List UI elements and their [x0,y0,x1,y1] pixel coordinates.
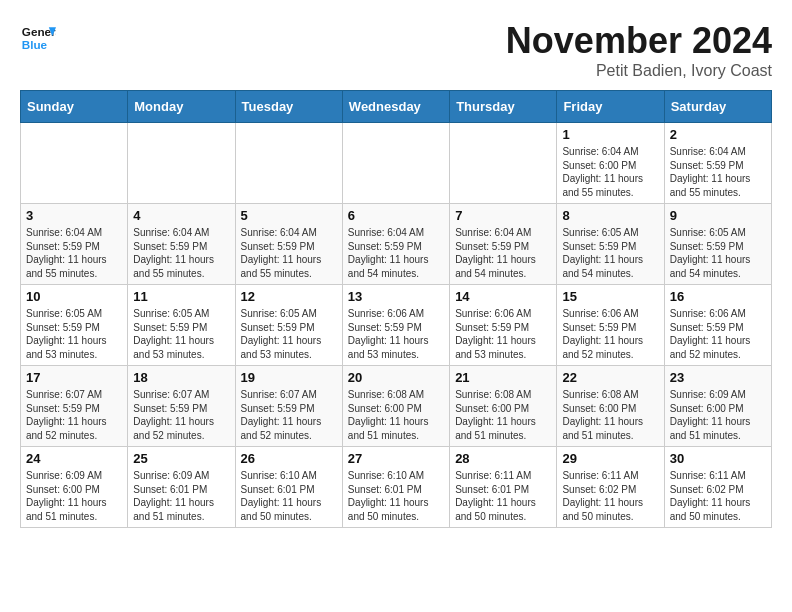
day-info: Sunrise: 6:05 AMSunset: 5:59 PMDaylight:… [26,307,122,361]
day-number: 4 [133,208,229,223]
day-number: 28 [455,451,551,466]
day-cell: 11Sunrise: 6:05 AMSunset: 5:59 PMDayligh… [128,285,235,366]
day-number: 5 [241,208,337,223]
weekday-header-monday: Monday [128,91,235,123]
weekday-header-tuesday: Tuesday [235,91,342,123]
page-header: General Blue November 2024 Petit Badien,… [20,20,772,80]
weekday-header-thursday: Thursday [450,91,557,123]
day-number: 26 [241,451,337,466]
day-number: 30 [670,451,766,466]
day-info: Sunrise: 6:06 AMSunset: 5:59 PMDaylight:… [348,307,444,361]
day-info: Sunrise: 6:06 AMSunset: 5:59 PMDaylight:… [455,307,551,361]
day-number: 21 [455,370,551,385]
day-info: Sunrise: 6:11 AMSunset: 6:02 PMDaylight:… [670,469,766,523]
day-info: Sunrise: 6:08 AMSunset: 6:00 PMDaylight:… [455,388,551,442]
day-cell [342,123,449,204]
day-number: 14 [455,289,551,304]
day-info: Sunrise: 6:10 AMSunset: 6:01 PMDaylight:… [348,469,444,523]
day-number: 18 [133,370,229,385]
day-cell: 15Sunrise: 6:06 AMSunset: 5:59 PMDayligh… [557,285,664,366]
day-number: 22 [562,370,658,385]
day-number: 7 [455,208,551,223]
day-info: Sunrise: 6:04 AMSunset: 6:00 PMDaylight:… [562,145,658,199]
day-cell: 2Sunrise: 6:04 AMSunset: 5:59 PMDaylight… [664,123,771,204]
day-info: Sunrise: 6:09 AMSunset: 6:00 PMDaylight:… [670,388,766,442]
day-cell: 20Sunrise: 6:08 AMSunset: 6:00 PMDayligh… [342,366,449,447]
day-cell: 29Sunrise: 6:11 AMSunset: 6:02 PMDayligh… [557,447,664,528]
day-info: Sunrise: 6:05 AMSunset: 5:59 PMDaylight:… [670,226,766,280]
day-cell: 1Sunrise: 6:04 AMSunset: 6:00 PMDaylight… [557,123,664,204]
week-row-3: 10Sunrise: 6:05 AMSunset: 5:59 PMDayligh… [21,285,772,366]
day-cell: 16Sunrise: 6:06 AMSunset: 5:59 PMDayligh… [664,285,771,366]
day-cell: 23Sunrise: 6:09 AMSunset: 6:00 PMDayligh… [664,366,771,447]
location-subtitle: Petit Badien, Ivory Coast [506,62,772,80]
day-number: 3 [26,208,122,223]
day-number: 8 [562,208,658,223]
day-info: Sunrise: 6:08 AMSunset: 6:00 PMDaylight:… [562,388,658,442]
day-info: Sunrise: 6:11 AMSunset: 6:01 PMDaylight:… [455,469,551,523]
day-cell: 4Sunrise: 6:04 AMSunset: 5:59 PMDaylight… [128,204,235,285]
day-number: 1 [562,127,658,142]
day-cell: 26Sunrise: 6:10 AMSunset: 6:01 PMDayligh… [235,447,342,528]
day-info: Sunrise: 6:08 AMSunset: 6:00 PMDaylight:… [348,388,444,442]
day-cell: 30Sunrise: 6:11 AMSunset: 6:02 PMDayligh… [664,447,771,528]
day-cell: 12Sunrise: 6:05 AMSunset: 5:59 PMDayligh… [235,285,342,366]
day-info: Sunrise: 6:04 AMSunset: 5:59 PMDaylight:… [455,226,551,280]
day-number: 20 [348,370,444,385]
weekday-header-sunday: Sunday [21,91,128,123]
day-info: Sunrise: 6:04 AMSunset: 5:59 PMDaylight:… [241,226,337,280]
day-number: 15 [562,289,658,304]
day-number: 24 [26,451,122,466]
day-cell: 21Sunrise: 6:08 AMSunset: 6:00 PMDayligh… [450,366,557,447]
day-cell: 24Sunrise: 6:09 AMSunset: 6:00 PMDayligh… [21,447,128,528]
day-number: 10 [26,289,122,304]
weekday-header-friday: Friday [557,91,664,123]
day-info: Sunrise: 6:07 AMSunset: 5:59 PMDaylight:… [26,388,122,442]
calendar-table: SundayMondayTuesdayWednesdayThursdayFrid… [20,90,772,528]
title-area: November 2024 Petit Badien, Ivory Coast [506,20,772,80]
svg-text:Blue: Blue [22,38,48,51]
day-info: Sunrise: 6:05 AMSunset: 5:59 PMDaylight:… [241,307,337,361]
day-info: Sunrise: 6:04 AMSunset: 5:59 PMDaylight:… [133,226,229,280]
day-info: Sunrise: 6:04 AMSunset: 5:59 PMDaylight:… [26,226,122,280]
day-info: Sunrise: 6:04 AMSunset: 5:59 PMDaylight:… [670,145,766,199]
weekday-header-row: SundayMondayTuesdayWednesdayThursdayFrid… [21,91,772,123]
day-cell: 13Sunrise: 6:06 AMSunset: 5:59 PMDayligh… [342,285,449,366]
day-number: 13 [348,289,444,304]
day-cell: 8Sunrise: 6:05 AMSunset: 5:59 PMDaylight… [557,204,664,285]
day-info: Sunrise: 6:09 AMSunset: 6:01 PMDaylight:… [133,469,229,523]
day-cell: 10Sunrise: 6:05 AMSunset: 5:59 PMDayligh… [21,285,128,366]
month-title: November 2024 [506,20,772,62]
day-cell: 3Sunrise: 6:04 AMSunset: 5:59 PMDaylight… [21,204,128,285]
day-number: 17 [26,370,122,385]
day-info: Sunrise: 6:06 AMSunset: 5:59 PMDaylight:… [562,307,658,361]
day-info: Sunrise: 6:06 AMSunset: 5:59 PMDaylight:… [670,307,766,361]
day-cell: 9Sunrise: 6:05 AMSunset: 5:59 PMDaylight… [664,204,771,285]
day-cell [21,123,128,204]
logo: General Blue [20,20,56,56]
day-info: Sunrise: 6:10 AMSunset: 6:01 PMDaylight:… [241,469,337,523]
weekday-header-wednesday: Wednesday [342,91,449,123]
day-cell [235,123,342,204]
day-cell: 19Sunrise: 6:07 AMSunset: 5:59 PMDayligh… [235,366,342,447]
day-info: Sunrise: 6:09 AMSunset: 6:00 PMDaylight:… [26,469,122,523]
day-info: Sunrise: 6:05 AMSunset: 5:59 PMDaylight:… [562,226,658,280]
day-number: 9 [670,208,766,223]
day-cell: 5Sunrise: 6:04 AMSunset: 5:59 PMDaylight… [235,204,342,285]
day-number: 2 [670,127,766,142]
day-number: 16 [670,289,766,304]
week-row-2: 3Sunrise: 6:04 AMSunset: 5:59 PMDaylight… [21,204,772,285]
day-info: Sunrise: 6:05 AMSunset: 5:59 PMDaylight:… [133,307,229,361]
day-number: 12 [241,289,337,304]
day-cell: 7Sunrise: 6:04 AMSunset: 5:59 PMDaylight… [450,204,557,285]
weekday-header-saturday: Saturday [664,91,771,123]
day-cell: 17Sunrise: 6:07 AMSunset: 5:59 PMDayligh… [21,366,128,447]
day-cell: 27Sunrise: 6:10 AMSunset: 6:01 PMDayligh… [342,447,449,528]
day-info: Sunrise: 6:04 AMSunset: 5:59 PMDaylight:… [348,226,444,280]
week-row-4: 17Sunrise: 6:07 AMSunset: 5:59 PMDayligh… [21,366,772,447]
day-cell: 14Sunrise: 6:06 AMSunset: 5:59 PMDayligh… [450,285,557,366]
day-number: 27 [348,451,444,466]
day-info: Sunrise: 6:07 AMSunset: 5:59 PMDaylight:… [133,388,229,442]
day-cell: 18Sunrise: 6:07 AMSunset: 5:59 PMDayligh… [128,366,235,447]
week-row-5: 24Sunrise: 6:09 AMSunset: 6:00 PMDayligh… [21,447,772,528]
